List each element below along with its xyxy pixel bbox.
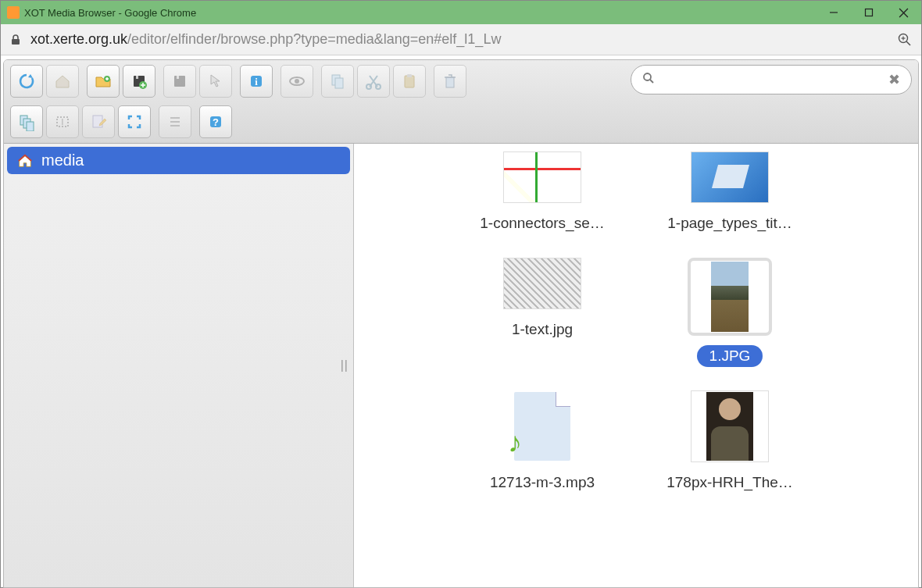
file-name: 1.JPG [697, 345, 763, 367]
file-grid: 1-connectors_se…1-page_types_tit…1-text.… [354, 144, 918, 587]
svg-text:I: I [62, 118, 64, 127]
main-panel: media || 1-connectors_se…1-page_types_ti… [4, 144, 918, 587]
delete-button[interactable] [434, 65, 466, 98]
reload-button[interactable] [10, 65, 43, 98]
edit-button[interactable] [82, 105, 115, 138]
minimize-button[interactable] [816, 1, 851, 24]
file-item[interactable]: 1-text.jpg [452, 258, 632, 367]
tree-root-label: media [41, 151, 84, 169]
url-domain: xot.xerte.org.uk [30, 31, 127, 47]
file-item[interactable]: 178px-HRH_The… [640, 390, 820, 494]
url-path: /editor/elfinder/browse.php?type=media&l… [127, 31, 501, 47]
download-button[interactable] [163, 65, 196, 98]
rename-button[interactable]: I [46, 105, 79, 138]
window-controls [816, 1, 921, 24]
svg-point-26 [644, 73, 651, 80]
search-input[interactable] [661, 73, 888, 86]
open-folder-button[interactable] [87, 65, 120, 98]
window-title: XOT Media Browser - Google Chrome [24, 7, 196, 19]
lock-icon [9, 33, 23, 47]
svg-rect-25 [446, 77, 454, 87]
fullscreen-button[interactable] [118, 105, 151, 138]
window-titlebar: XOT Media Browser - Google Chrome [1, 1, 921, 24]
info-button[interactable]: i [240, 65, 273, 98]
file-item[interactable]: 1-page_types_tit… [640, 151, 820, 234]
help-button[interactable]: ? [199, 105, 232, 138]
home-icon [16, 152, 34, 169]
svg-rect-14 [177, 76, 179, 79]
preview-button[interactable] [281, 65, 313, 98]
paste-button[interactable] [393, 65, 426, 98]
close-button[interactable] [886, 1, 921, 24]
maximize-button[interactable] [851, 1, 886, 24]
sidebar-resize-handle[interactable]: || [341, 358, 348, 372]
svg-rect-33 [93, 116, 102, 127]
svg-rect-20 [335, 78, 343, 88]
toolbar: i ✖ I ? [4, 60, 918, 144]
svg-rect-4 [12, 39, 20, 45]
svg-rect-23 [405, 76, 414, 87]
svg-text:i: i [255, 76, 258, 87]
list-view-button[interactable] [159, 105, 191, 138]
svg-rect-24 [407, 74, 412, 77]
file-name: 12713-m-3.mp3 [477, 472, 607, 494]
upload-button[interactable] [123, 65, 155, 98]
duplicate-button[interactable] [10, 105, 43, 138]
svg-point-18 [295, 79, 299, 84]
file-manager: i ✖ I ? [3, 59, 919, 588]
svg-rect-13 [174, 76, 185, 87]
svg-line-27 [650, 80, 653, 83]
cut-button[interactable] [357, 65, 390, 98]
search-box[interactable]: ✖ [631, 65, 912, 94]
file-name: 1-text.jpg [499, 319, 585, 340]
tree-root-media[interactable]: media [7, 147, 350, 174]
select-button[interactable] [199, 65, 232, 98]
file-name: 1-connectors_se… [467, 212, 616, 234]
svg-line-6 [906, 41, 910, 45]
folder-tree: media || [4, 144, 354, 587]
clear-search-icon[interactable]: ✖ [888, 71, 900, 88]
file-name: 1-page_types_tit… [655, 212, 805, 234]
svg-point-22 [376, 84, 381, 89]
file-item[interactable]: ♪12713-m-3.mp3 [452, 390, 632, 494]
svg-text:?: ? [213, 116, 219, 128]
svg-point-21 [366, 84, 371, 89]
file-item[interactable]: 1.JPG [640, 258, 820, 367]
file-name: 178px-HRH_The… [654, 472, 806, 494]
search-icon [642, 72, 655, 87]
svg-rect-1 [865, 9, 872, 16]
home-button[interactable] [46, 65, 79, 98]
app-icon [7, 6, 20, 19]
svg-rect-30 [27, 122, 34, 131]
zoom-icon[interactable] [896, 31, 913, 48]
address-bar: xot.xerte.org.uk/editor/elfinder/browse.… [1, 24, 921, 55]
svg-rect-11 [136, 76, 138, 79]
url-text[interactable]: xot.xerte.org.uk/editor/elfinder/browse.… [30, 31, 896, 48]
file-item[interactable]: 1-connectors_se… [452, 151, 632, 234]
copy-button[interactable] [321, 65, 354, 98]
